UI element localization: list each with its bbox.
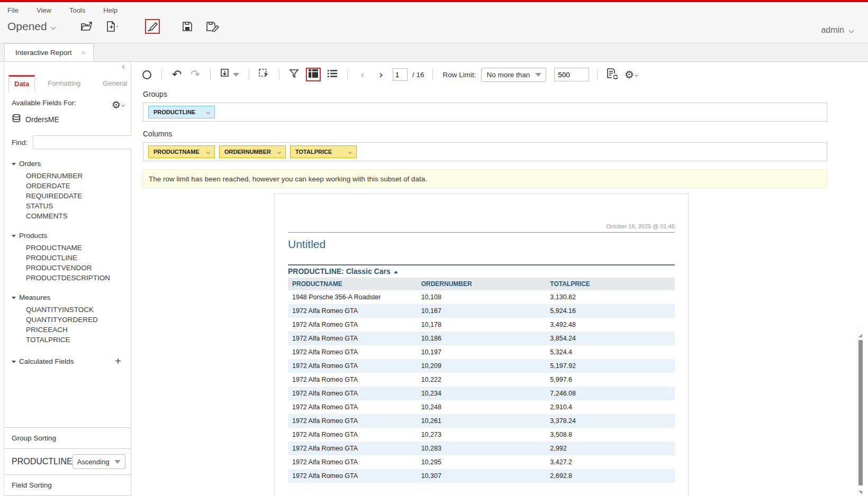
group-sorting-header[interactable]: Group Sorting — [4, 427, 131, 448]
report-column-header[interactable]: ORDERNUMBER — [417, 278, 546, 290]
report-table-cell: 5,324.4 — [546, 345, 675, 359]
menu-item[interactable]: Help — [103, 6, 117, 14]
report-table-row: 1972 Alfa Romeo GTA10,1863,854.24 — [288, 332, 675, 345]
scrollbar-thumb[interactable] — [858, 340, 863, 485]
undo-button[interactable]: ↶ — [170, 68, 184, 81]
field-sorting-header[interactable]: Field Sorting — [4, 474, 131, 496]
field-item[interactable]: REQUIREDDATE — [26, 191, 124, 201]
field-item[interactable]: ORDERNUMBER — [26, 171, 124, 181]
chevron-left-icon: ‹ — [360, 69, 365, 80]
save-as-button[interactable] — [205, 19, 220, 34]
field-item[interactable]: PRODUCTDESCRIPTION — [26, 273, 124, 283]
document-tab-bar: Interactive Report × — [0, 43, 868, 62]
preview-scrollbar[interactable] — [857, 327, 863, 496]
field-item[interactable]: PRICEEACH — [26, 325, 124, 335]
tab-interactive-report[interactable]: Interactive Report × — [4, 43, 94, 61]
field-item[interactable]: QUANTITYINSTOCK — [26, 305, 124, 315]
new-document-icon — [105, 21, 119, 32]
field-item[interactable]: PRODUCTNAME — [26, 243, 124, 253]
open-file-button[interactable] — [79, 19, 94, 34]
export-button[interactable] — [219, 68, 241, 81]
report-table-cell: 1972 Alfa Romeo GTA — [288, 428, 417, 442]
close-icon[interactable]: × — [82, 48, 86, 57]
row-limit-notice-text: The row limit has been reached, however … — [149, 175, 427, 183]
list-view-button[interactable] — [326, 68, 339, 81]
field-item[interactable]: PRODUCTLINE — [26, 253, 124, 263]
scrollbar-bottom-handle[interactable] — [858, 491, 862, 494]
field-item[interactable]: COMMENTS — [26, 211, 124, 221]
report-table-cell: 1948 Porsche 356-A Roadster — [288, 290, 417, 304]
report-table-cell: 1972 Alfa Romeo GTA — [288, 469, 417, 483]
edit-report-button[interactable] — [145, 19, 160, 34]
field-item[interactable]: QUANTITYORDERED — [26, 315, 124, 325]
sort-ascending-icon — [394, 271, 398, 273]
menu-bar: FileViewToolsHelp — [0, 2, 868, 14]
row-limit-mode-select[interactable]: No more than — [481, 68, 547, 82]
user-menu[interactable]: admin — [821, 25, 853, 35]
page-number-input[interactable] — [393, 68, 408, 81]
prev-page-button[interactable]: ‹ — [356, 68, 369, 81]
columns-band[interactable]: PRODUCTNAME ORDERNUMBER TOTALPRICE — [143, 142, 827, 161]
report-settings-button[interactable]: ⚙ — [624, 68, 638, 81]
report-title[interactable]: Untitled — [288, 238, 675, 251]
scrollbar-resize-handle[interactable] — [858, 334, 862, 337]
find-label: Find: — [12, 139, 28, 146]
field-group-toggle[interactable]: Orders — [12, 160, 124, 168]
groups-band[interactable]: PRODUCTLINE — [143, 103, 827, 122]
field-group-toggle[interactable]: Calculated Fields+ — [12, 355, 124, 368]
add-calculated-field-button[interactable]: + — [115, 355, 124, 368]
report-column-header[interactable]: PRODUCTNAME — [288, 278, 417, 290]
row-limit-input[interactable] — [554, 68, 589, 81]
field-item[interactable]: STATUS — [26, 201, 124, 211]
find-input[interactable] — [33, 135, 133, 149]
save-icon — [182, 21, 193, 32]
group-sort-row: PRODUCTLINE Ascending — [4, 448, 131, 474]
field-group-toggle[interactable]: Products — [12, 232, 124, 240]
report-table-cell: 1972 Alfa Romeo GTA — [288, 400, 417, 414]
group-sort-field: PRODUCTLINE — [12, 457, 73, 466]
field-item[interactable]: ORDERDATE — [26, 181, 124, 191]
opened-menu[interactable]: Opened — [7, 20, 55, 33]
refresh-report-button[interactable] — [605, 68, 619, 81]
report-sidebar: Data Formatting General Available Fields… — [4, 62, 131, 496]
report-group-header[interactable]: PRODUCTLINE: Classic Cars — [288, 264, 675, 278]
report-table-cell: 1972 Alfa Romeo GTA — [288, 387, 417, 400]
report-table: PRODUCTNAMEORDERNUMBERTOTALPRICE 1948 Po… — [288, 278, 675, 483]
redo-button[interactable]: ↷ — [188, 68, 202, 81]
record-circle-button[interactable] — [140, 68, 153, 81]
column-field-chip[interactable]: ORDERNUMBER — [219, 145, 286, 158]
opened-label: Opened — [7, 20, 47, 33]
report-table-cell: 3,427.2 — [546, 455, 675, 469]
tab-formatting[interactable]: Formatting — [42, 75, 86, 93]
report-column-header[interactable]: TOTALPRICE — [546, 278, 675, 290]
filter-button[interactable] — [287, 68, 301, 81]
group-sorting-title: Group Sorting — [12, 434, 56, 442]
tab-data[interactable]: Data — [8, 75, 35, 93]
app-header: FileViewToolsHelp Opened — [0, 2, 868, 43]
menu-item[interactable]: View — [37, 6, 51, 14]
next-page-button[interactable]: › — [374, 68, 388, 81]
collapse-sidebar-icon[interactable] — [122, 65, 126, 69]
table-view-button[interactable] — [306, 68, 321, 81]
menu-item[interactable]: Tools — [69, 6, 85, 14]
fields-settings-button[interactable]: ⚙ — [112, 99, 124, 111]
new-report-button[interactable] — [105, 19, 120, 34]
menu-item[interactable]: File — [7, 6, 19, 14]
group-sort-order-select[interactable]: Ascending — [73, 454, 126, 469]
report-table-cell: 7,246.08 — [546, 387, 675, 400]
field-tree-group: ProductsPRODUCTNAMEPRODUCTLINEPRODUCTVEN… — [12, 232, 124, 283]
page-total-label: / 16 — [412, 71, 424, 79]
field-item[interactable]: PRODUCTVENDOR — [26, 263, 124, 273]
column-field-chip[interactable]: PRODUCTNAME — [148, 145, 215, 158]
save-button[interactable] — [180, 19, 195, 34]
selection-mode-button[interactable] — [257, 68, 271, 81]
field-item[interactable]: TOTALPRICE — [26, 335, 124, 345]
select-cursor-icon — [258, 68, 270, 81]
field-group-toggle[interactable]: Measures — [12, 293, 124, 301]
field-group-items: PRODUCTNAMEPRODUCTLINEPRODUCTVENDORPRODU… — [12, 240, 124, 283]
tab-general[interactable]: General — [97, 75, 132, 93]
group-field-chip[interactable]: PRODUCTLINE — [148, 106, 215, 118]
report-table-cell: 1972 Alfa Romeo GTA — [288, 359, 417, 373]
report-timestamp: October 16, 2025 @ 01:45 — [288, 223, 675, 229]
column-field-chip[interactable]: TOTALPRICE — [290, 145, 357, 158]
